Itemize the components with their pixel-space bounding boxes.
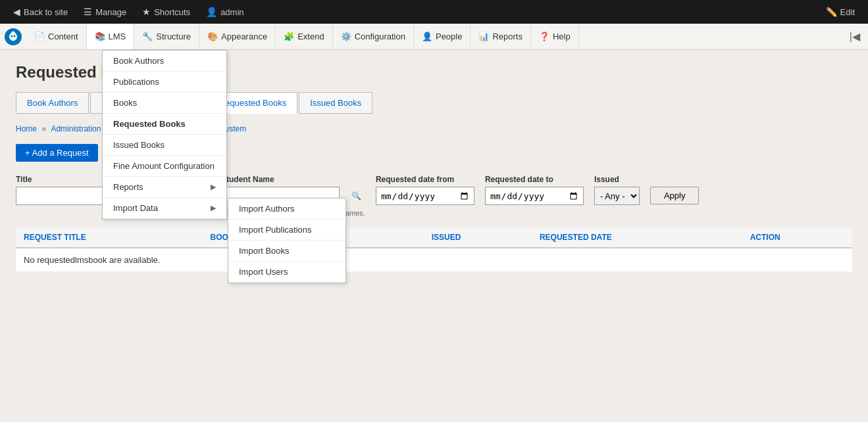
back-icon: ◀ (13, 7, 20, 17)
configuration-icon: ⚙️ (341, 32, 351, 41)
tab-issued-books[interactable]: Issued Books (299, 92, 372, 114)
import-sub-dropdown: Import Authors Import Publications Impor… (228, 198, 346, 283)
data-table: REQUEST TITLE BOOK STUDENT ISSUED REQUES… (16, 227, 852, 272)
nav-structure[interactable]: 🔧 Structure (134, 24, 199, 49)
apply-button[interactable]: Apply (650, 187, 700, 204)
edit-icon: ✏️ (826, 7, 837, 17)
admin-bar: ◀ Back to site ☰ Manage ★ Shortcuts 👤 ad… (0, 0, 868, 24)
issued-filter-group: Issued - Any - (594, 175, 640, 205)
date-from-filter-group: Requested date from (376, 175, 474, 205)
breadcrumb-administration[interactable]: Administration (51, 124, 101, 133)
shortcuts-icon: ★ (142, 7, 151, 17)
nav-help[interactable]: ❓ Help (531, 24, 579, 49)
date-from-label: Requested date from (376, 175, 474, 184)
col-request-title: REQUEST TITLE (16, 227, 203, 248)
secondary-nav: 📄 Content 📚 LMS 🔧 Structure 🎨 Appearance… (0, 24, 868, 50)
nav-configuration[interactable]: ⚙️ Configuration (333, 24, 414, 49)
extend-icon: 🧩 (284, 32, 294, 41)
table-header: REQUEST TITLE BOOK STUDENT ISSUED REQUES… (16, 227, 852, 248)
student-label: Student Name (221, 175, 365, 184)
date-to-input[interactable] (485, 187, 584, 205)
nav-people[interactable]: 👤 People (414, 24, 471, 49)
table-body: No requestedlmsbook are available. (16, 248, 852, 272)
svg-point-1 (11, 35, 13, 37)
appearance-icon: 🎨 (207, 32, 218, 41)
tab-book-authors[interactable]: Book Authors (16, 92, 89, 114)
dropdown-requested-books[interactable]: Requested Books (103, 114, 226, 135)
svg-point-2 (14, 35, 16, 37)
help-icon: ❓ (539, 32, 549, 41)
title-label: Title (16, 175, 108, 184)
date-to-label: Requested date to (485, 175, 584, 184)
import-authors[interactable]: Import Authors (228, 199, 345, 220)
nav-extend[interactable]: 🧩 Extend (276, 24, 332, 49)
manage-menu[interactable]: ☰ Manage (76, 0, 134, 24)
dropdown-publications[interactable]: Publications (103, 72, 226, 93)
title-filter-group: Title (16, 175, 108, 205)
no-data-message: No requestedlmsbook are available. (16, 248, 852, 272)
shortcuts-menu[interactable]: ★ Shortcuts (134, 0, 198, 24)
title-input[interactable] (16, 187, 108, 205)
col-action: ACTION (742, 227, 852, 248)
dropdown-import-data[interactable]: Import Data ▶ Import Authors Import Publ… (103, 198, 226, 219)
dropdown-books[interactable]: Books (103, 93, 226, 114)
dropdown-issued-books[interactable]: Issued Books (103, 135, 226, 156)
manage-icon: ☰ (84, 7, 92, 17)
nav-appearance[interactable]: 🎨 Appearance (199, 24, 276, 49)
nav-collapse[interactable]: |◀ (844, 30, 865, 43)
lms-dropdown: Book Authors Publications Books Requeste… (102, 50, 227, 220)
drupal-logo[interactable] (3, 26, 24, 47)
student-search-icon: 🔍 (351, 191, 361, 200)
nav-lms[interactable]: 📚 LMS (87, 24, 135, 49)
issued-select[interactable]: - Any - (594, 187, 640, 205)
no-data-row: No requestedlmsbook are available. (16, 248, 852, 272)
reports-arrow-icon: ▶ (211, 183, 216, 191)
structure-icon: 🔧 (142, 32, 153, 41)
dropdown-reports[interactable]: Reports ▶ (103, 177, 226, 198)
dropdown-fine-amount[interactable]: Fine Amount Configuration (103, 156, 226, 177)
people-icon: 👤 (422, 32, 432, 41)
import-users[interactable]: Import Users (228, 262, 345, 283)
date-to-filter-group: Requested date to (485, 175, 584, 205)
col-requested-date: REQUESTED DATE (532, 227, 742, 248)
col-issued: ISSUED (424, 227, 532, 248)
back-to-site[interactable]: ◀ Back to site (5, 0, 76, 24)
import-books[interactable]: Import Books (228, 241, 345, 262)
admin-user[interactable]: 👤 admin (198, 0, 251, 24)
reports-icon: 📊 (478, 32, 489, 41)
import-arrow-icon: ▶ (211, 204, 216, 212)
date-from-input[interactable] (376, 187, 474, 205)
dropdown-book-authors[interactable]: Book Authors (103, 51, 226, 72)
nav-content[interactable]: 📄 Content (26, 24, 87, 49)
add-request-button[interactable]: + Add a Request (16, 144, 98, 162)
nav-reports[interactable]: 📊 Reports (471, 24, 531, 49)
content-icon: 📄 (34, 32, 45, 41)
breadcrumb-home[interactable]: Home (16, 124, 37, 133)
edit-menu[interactable]: ✏️ Edit (818, 7, 863, 17)
import-publications[interactable]: Import Publications (228, 220, 345, 241)
issued-label: Issued (594, 175, 640, 184)
lms-icon: 📚 (95, 32, 105, 41)
user-icon: 👤 (206, 7, 217, 17)
